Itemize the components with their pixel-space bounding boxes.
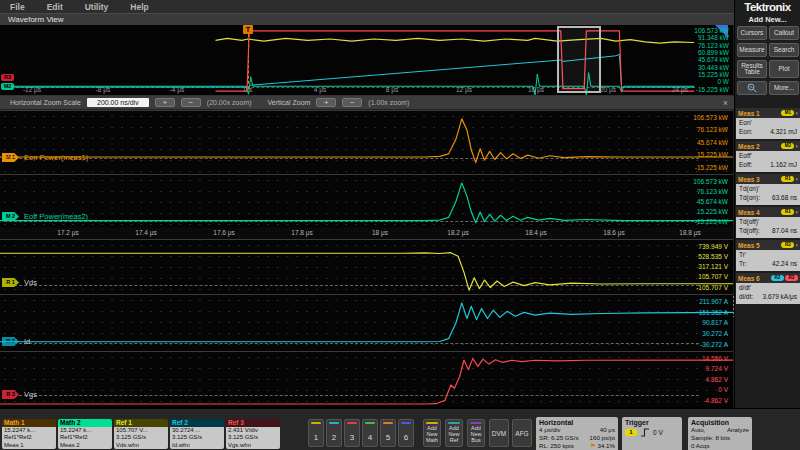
h-zoom-factor: (20.00x zoom) <box>207 99 252 106</box>
meas-value: 4.321 mJ <box>770 128 797 135</box>
y-axis: 14.586 V 9.724 V 4.862 V 0 V -4.862 V <box>702 352 728 407</box>
meas-1-card[interactable]: Meas 1 M1 ▾ Eon' Eon:4.321 mJ <box>736 108 800 139</box>
horizontal-zoom-label: Horizontal Zoom Scale <box>10 99 81 106</box>
channel-1-button[interactable]: 1 <box>308 419 324 447</box>
zoom-tool-button[interactable] <box>737 81 767 95</box>
overview-badge-r3[interactable]: R3 <box>1 74 14 81</box>
ref3-badge[interactable]: R 3 <box>2 390 19 399</box>
zero-line <box>4 395 699 396</box>
cursors-button[interactable]: Cursors <box>737 26 767 40</box>
meas-value: 42.24 ns <box>772 260 797 267</box>
meas-5-card[interactable]: Meas 5 R2 ▾ Tr' Tr:42.24 ns <box>736 240 800 271</box>
zoom-x-axis: 17.2 μs 17.4 μs 17.6 μs 17.8 μs 18 μs 18… <box>0 228 733 239</box>
tab-waveform-view[interactable]: Waveform View <box>0 15 64 24</box>
math2-waveform-badge[interactable]: Math 2 15.2247 k... Ref1*Ref2 Meas 2 <box>58 419 112 449</box>
eon-power-label: Eon Power(meas1) <box>24 153 88 162</box>
afg-button[interactable]: AFG <box>512 419 532 447</box>
v-zoom-minus-button[interactable]: − <box>342 98 362 107</box>
meas-4-card[interactable]: Meas 4 R1 ▾ Td(off)' Td(off):87.04 ns <box>736 207 800 238</box>
vgs-label: Vgs <box>24 390 37 399</box>
math1-badge[interactable]: M 1 <box>2 153 19 162</box>
more-button[interactable]: More... <box>769 81 799 95</box>
ref1-waveform-badge[interactable]: Ref 1 105.707 V... 3.125 GS/s Vds.wfm <box>114 419 168 449</box>
channel-6-button[interactable]: 6 <box>398 419 414 447</box>
measure-button[interactable]: Measure <box>737 43 767 57</box>
horizontal-settings-panel[interactable]: Horizontal 4 μs/div40 μs SR: 6.25 GS/s16… <box>536 417 618 450</box>
callout-button[interactable]: Callout <box>769 26 799 40</box>
channel-2-button[interactable]: 2 <box>326 419 342 447</box>
zoom-region-box[interactable] <box>557 26 601 93</box>
magnifier-icon <box>746 83 758 93</box>
acquisition-settings-panel[interactable]: Acquisition Auto,Analyze Sample: 8 bits … <box>688 417 752 450</box>
trigger-marker-icon[interactable]: T <box>243 25 253 34</box>
add-new-bus-button[interactable]: Add New Bus <box>467 419 485 447</box>
overview-plot[interactable]: T R3 M2 -12 μs -8 μs -4 μs 0 s 4 μs 8 μs… <box>0 25 733 96</box>
channel-3-button[interactable]: 3 <box>344 419 360 447</box>
overview-x-label: -4 μs <box>157 86 197 93</box>
meas-value: 87.04 ns <box>772 227 797 234</box>
meas-3-card[interactable]: Meas 3 R1 ▾ Td(on)' Td(on):63.68 ns <box>736 174 800 205</box>
chevron-down-icon[interactable]: ▾ <box>795 110 798 116</box>
overview-x-label: 0 s <box>228 86 268 93</box>
ref-color-strip <box>448 422 460 424</box>
meas-2-card[interactable]: Meas 2 M2 ▾ Eoff' Eoff:1.162 mJ <box>736 141 800 172</box>
channel-5-button[interactable]: 5 <box>380 419 396 447</box>
channel-4-button[interactable]: 4 <box>362 419 378 447</box>
plot-eoff-power[interactable]: M 2 Eoff Power(meas2) 106.573 kW 76.123 … <box>0 174 733 228</box>
horizontal-zoom-scale-input[interactable]: 200.00 ns/div <box>87 98 149 107</box>
plot-button[interactable]: Plot <box>769 60 799 78</box>
menu-help[interactable]: Help <box>130 2 148 12</box>
h-zoom-minus-button[interactable]: − <box>181 98 201 107</box>
channel-color-strip <box>383 422 393 424</box>
zoomed-plots: M 1 Eon Power(meas1) 106.573 kW 76.123 k… <box>0 110 733 408</box>
dvm-button[interactable]: DVM <box>489 419 509 447</box>
search-button[interactable]: Search <box>769 43 799 57</box>
menu-file[interactable]: File <box>10 2 25 12</box>
overview-x-label: 16 μs <box>516 86 556 93</box>
menu-bar: File Edit Utility Help <box>0 0 734 13</box>
meas-6-card[interactable]: Meas 6 R2 R3 d/dt' di/dt:3.679 kA/μs <box>736 273 800 304</box>
add-new-ref-button[interactable]: Add New Ref <box>445 419 463 447</box>
chevron-down-icon[interactable]: ▾ <box>795 209 798 215</box>
channel-color-strip <box>401 422 411 424</box>
plot-vgs[interactable]: R 3 Vgs 14.586 V 9.724 V 4.862 V 0 V -4.… <box>0 351 733 407</box>
ref3-waveform-badge[interactable]: Ref 3 2.431 V/div 3.125 GS/s Vgs.wfm <box>226 419 280 449</box>
chevron-down-icon[interactable]: ▾ <box>795 143 798 149</box>
trigger-source-badge: 1 <box>625 429 637 436</box>
menu-edit[interactable]: Edit <box>47 2 63 12</box>
source-badge: R2 <box>781 242 794 248</box>
plot-id[interactable]: R 2 Id 211.907 A 151.362 A 90.817 A 30.2… <box>0 294 733 351</box>
plot-vds[interactable]: R 1 Vds 739.949 V 528.535 V 317.121 V 10… <box>0 239 733 294</box>
tab-bar: Waveform View <box>0 13 734 25</box>
close-icon[interactable]: × <box>723 98 728 108</box>
ref2-waveform-badge[interactable]: Ref 2 30.2724 ... 3.125 GS/s Id.wfm <box>170 419 224 449</box>
zero-line <box>4 221 699 222</box>
h-zoom-plus-button[interactable]: + <box>155 98 175 107</box>
trigger-settings-panel[interactable]: Trigger 1 0 V <box>622 417 682 450</box>
v-zoom-plus-button[interactable]: + <box>316 98 336 107</box>
chevron-down-icon[interactable]: ▾ <box>795 176 798 182</box>
overview-x-label: 20 μs <box>588 86 628 93</box>
panel-splitter-grip[interactable] <box>732 295 735 317</box>
math2-badge[interactable]: M 2 <box>2 212 19 221</box>
add-new-heading: Add New... <box>735 15 800 24</box>
zero-line <box>4 158 699 159</box>
meas-value: 1.162 mJ <box>770 161 797 168</box>
oscilloscope-screen: File Edit Utility Help Waveform View T R… <box>0 0 800 450</box>
zoom-control-bar: Horizontal Zoom Scale 200.00 ns/div + − … <box>0 96 734 110</box>
trigger-position-icon: ⚑ <box>590 442 596 449</box>
menu-utility[interactable]: Utility <box>85 2 109 12</box>
chevron-down-icon[interactable]: ▾ <box>795 242 798 248</box>
plot-eon-power[interactable]: M 1 Eon Power(meas1) 106.573 kW 76.123 k… <box>0 110 733 174</box>
add-new-math-button[interactable]: Add New Math <box>423 419 441 447</box>
meas-value: 63.68 ns <box>772 194 797 201</box>
results-table-button[interactable]: Results Table <box>737 60 767 78</box>
ref2-badge[interactable]: R 2 <box>2 337 19 346</box>
y-axis: 211.907 A 151.362 A 90.817 A 30.272 A -3… <box>699 295 728 351</box>
trigger-position-line <box>248 34 249 89</box>
overview-x-label: -12 μs <box>12 86 52 93</box>
channel-color-strip <box>347 422 357 424</box>
zero-line <box>4 343 699 344</box>
math1-waveform-badge[interactable]: Math 1 15.2247 k... Ref1*Ref2 Meas 1 <box>2 419 56 449</box>
overview-x-label: 4 μs <box>300 86 340 93</box>
